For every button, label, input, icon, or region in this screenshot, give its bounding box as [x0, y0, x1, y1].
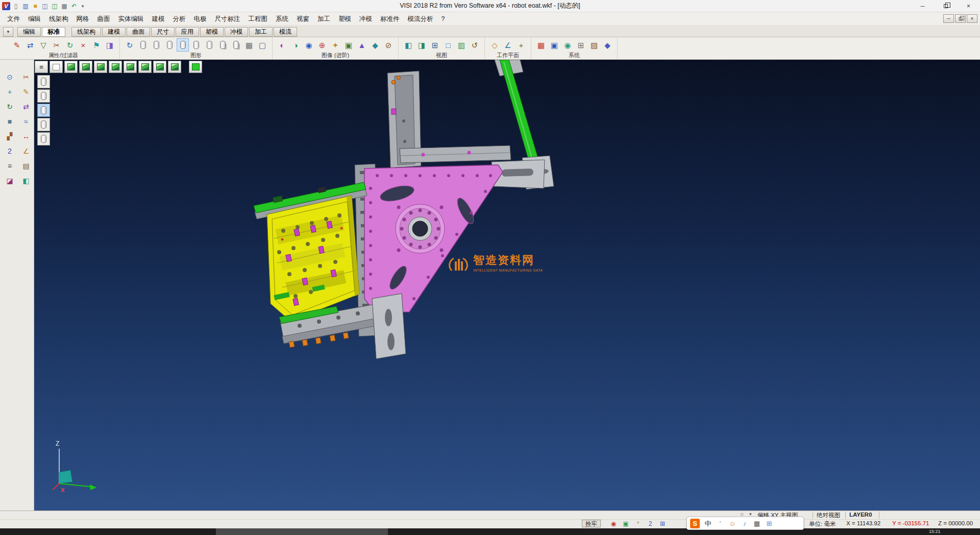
cylinder-solid-icon[interactable]	[137, 38, 149, 52]
workplane-align-icon[interactable]: ∠	[502, 38, 514, 52]
view-top-icon[interactable]	[64, 61, 78, 73]
perspective-icon[interactable]: ◆	[601, 38, 614, 52]
tab-dimension[interactable]: 尺寸	[151, 27, 175, 37]
tab-moldflow[interactable]: 模流	[274, 27, 297, 37]
layer-palette-icon[interactable]: ▦	[535, 38, 547, 52]
pattern-icon[interactable]: ▨	[588, 38, 600, 52]
ime-lang-toggle[interactable]: 中	[703, 518, 713, 529]
properties-icon[interactable]: ◨	[104, 38, 116, 52]
zoom-fit-icon[interactable]: ▥	[455, 38, 468, 52]
modify-attributes-icon[interactable]: ✎	[11, 38, 23, 52]
new-file-icon[interactable]: ▯	[11, 2, 20, 11]
model-magenta-plate[interactable]	[364, 165, 503, 313]
dynamic-pan-icon[interactable]: ◑	[289, 38, 302, 52]
menu-item[interactable]: 建模	[148, 13, 169, 25]
taskbar-app-button[interactable]	[216, 528, 388, 535]
table-icon[interactable]: ⊞	[575, 38, 587, 52]
hidden-line-mode-button[interactable]	[37, 104, 50, 117]
view-right-icon[interactable]	[94, 61, 107, 73]
quad-view-icon[interactable]: ⊞	[429, 38, 441, 52]
grid-icon[interactable]: ⊞	[657, 520, 668, 528]
view-bottom-icon[interactable]	[138, 61, 152, 73]
workplane-create-icon[interactable]: ◇	[488, 38, 501, 52]
menu-item[interactable]: 尺寸标注	[211, 13, 244, 25]
open-folder-icon[interactable]: ■	[31, 2, 40, 11]
filter-icon[interactable]: ▽	[37, 38, 50, 52]
bounds-display-icon[interactable]: ▢	[256, 38, 268, 52]
display-settings-icon[interactable]: ▣	[548, 38, 560, 52]
save-icon[interactable]: ◫	[40, 2, 50, 11]
menu-item[interactable]: 视窗	[292, 13, 313, 25]
close-button[interactable]: ×	[957, 0, 980, 12]
menu-item[interactable]: 文件	[3, 13, 24, 25]
cylinder-wireframe-icon[interactable]	[150, 38, 162, 52]
tab-die[interactable]: 冲模	[225, 27, 248, 37]
restore-button[interactable]	[934, 0, 957, 12]
globe-icon[interactable]: ◉	[561, 38, 574, 52]
view-left-icon[interactable]	[124, 61, 137, 73]
ime-keyboard-icon[interactable]: ▦	[752, 518, 762, 529]
undo-icon[interactable]: ↶	[69, 2, 79, 11]
trim-icon[interactable]: ✂	[51, 38, 63, 52]
tab-mold[interactable]: 塑模	[200, 27, 224, 37]
regenerate-icon[interactable]: ↻	[64, 38, 76, 52]
menu-item[interactable]: 电极	[190, 13, 211, 25]
clipboard-icon[interactable]: ▤	[20, 160, 32, 172]
mdi-minimize-button[interactable]: ─	[943, 14, 954, 23]
refresh-view-icon[interactable]: ↻	[124, 38, 136, 52]
cylinder-shaded-icon[interactable]	[177, 38, 189, 52]
view-front-icon[interactable]	[79, 61, 92, 73]
pencil-icon[interactable]: ✎	[20, 86, 32, 98]
menu-item[interactable]: 工程图	[244, 13, 272, 25]
model-bottom-bracket[interactable]	[372, 294, 406, 359]
tab-application[interactable]: 应用	[176, 27, 199, 37]
render-icon[interactable]: ▣	[342, 38, 355, 52]
sogou-logo-icon[interactable]: S	[690, 519, 700, 528]
menu-item[interactable]: 塑模	[334, 13, 355, 25]
move-icon[interactable]: +	[4, 86, 16, 98]
tab-dropdown-icon[interactable]: ▼	[3, 27, 13, 37]
tab-surface[interactable]: 曲面	[127, 27, 150, 37]
layers-icon[interactable]: ≡	[4, 160, 16, 172]
model-top-arm[interactable]	[400, 145, 511, 163]
menu-item[interactable]: 标准件	[376, 13, 404, 25]
single-view-icon[interactable]: ◧	[402, 38, 414, 52]
menu-item[interactable]: 曲面	[93, 13, 114, 25]
delete-icon[interactable]: ×	[77, 38, 89, 52]
snapshot-icon[interactable]: ▲	[356, 38, 368, 52]
cylinder-stack-icon[interactable]	[230, 38, 242, 52]
shade-icon[interactable]: ■	[4, 115, 16, 128]
menu-item[interactable]: 冲模	[355, 13, 376, 25]
menu-item[interactable]: 模流分析	[404, 13, 437, 25]
split-view-icon[interactable]: ◨	[415, 38, 428, 52]
tab-machining[interactable]: 加工	[249, 27, 273, 37]
menu-item[interactable]: ?	[437, 13, 449, 25]
qat-caret-icon[interactable]: ▾	[80, 4, 86, 9]
ime-emoji-icon[interactable]: ☺	[727, 518, 738, 529]
save-all-icon[interactable]: ◫	[50, 2, 59, 11]
view-menu-icon[interactable]: ≡	[35, 61, 48, 73]
copy-attributes-icon[interactable]: ⇄	[24, 38, 36, 52]
tab-wireframe[interactable]: 线架构	[71, 27, 101, 37]
dimension-icon[interactable]: ↔	[20, 130, 32, 142]
view-isometric-icon[interactable]	[153, 61, 166, 73]
print-icon[interactable]: ▦	[60, 2, 69, 11]
cylinder-hidden-line-icon[interactable]	[163, 38, 176, 52]
view-shaded-green-icon[interactable]	[189, 61, 202, 73]
mdi-restore-button[interactable]	[955, 14, 966, 23]
menu-item[interactable]: 系统	[272, 13, 292, 25]
zoom-icon[interactable]: ⊙	[4, 71, 16, 83]
menu-item[interactable]: 网格	[72, 13, 93, 25]
help-2d-icon[interactable]: 2	[645, 520, 655, 528]
view-back-icon[interactable]	[109, 61, 122, 73]
cylinder-edges-icon[interactable]	[203, 38, 215, 52]
menu-item[interactable]: 加工	[313, 13, 334, 25]
paint-icon[interactable]: ◧	[20, 175, 32, 187]
two-point-icon[interactable]: 2	[4, 145, 16, 157]
mdi-close-button[interactable]: ×	[967, 14, 977, 23]
mirror-icon[interactable]: ⇄	[20, 101, 32, 113]
knife-ic[interactable]: ✂	[20, 71, 32, 83]
stereo-view-icon[interactable]: ⊕	[316, 38, 328, 52]
tab-standard[interactable]: 标准	[42, 27, 65, 37]
ime-punctuation[interactable]: ʼ	[715, 518, 725, 529]
